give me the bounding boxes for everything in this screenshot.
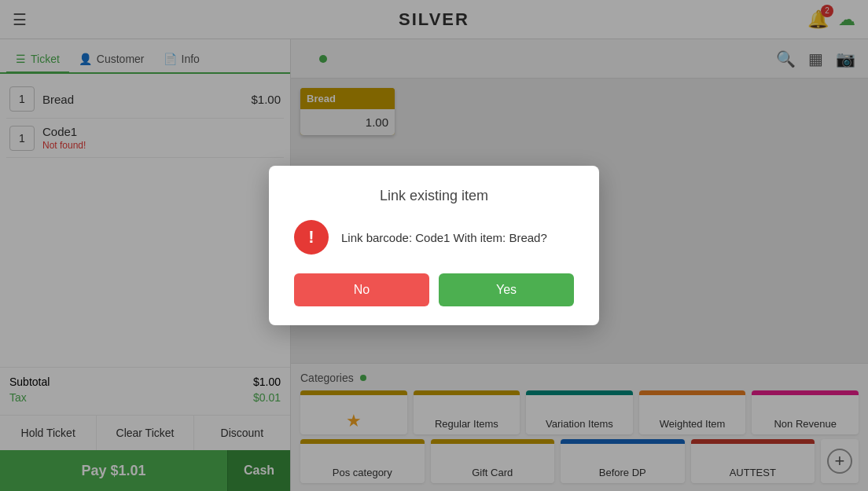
dialog-title: Link existing item bbox=[294, 188, 574, 204]
dialog-yes-button[interactable]: Yes bbox=[439, 273, 574, 306]
dialog-no-button[interactable]: No bbox=[294, 273, 429, 306]
dialog-buttons: No Yes bbox=[294, 273, 574, 306]
warning-icon: ! bbox=[294, 220, 329, 255]
dialog-message: Link barcode: Code1 With item: Bread? bbox=[341, 231, 547, 244]
modal-overlay: Link existing item ! Link barcode: Code1… bbox=[0, 0, 868, 491]
link-item-dialog: Link existing item ! Link barcode: Code1… bbox=[269, 166, 599, 325]
dialog-body: ! Link barcode: Code1 With item: Bread? bbox=[294, 220, 574, 255]
